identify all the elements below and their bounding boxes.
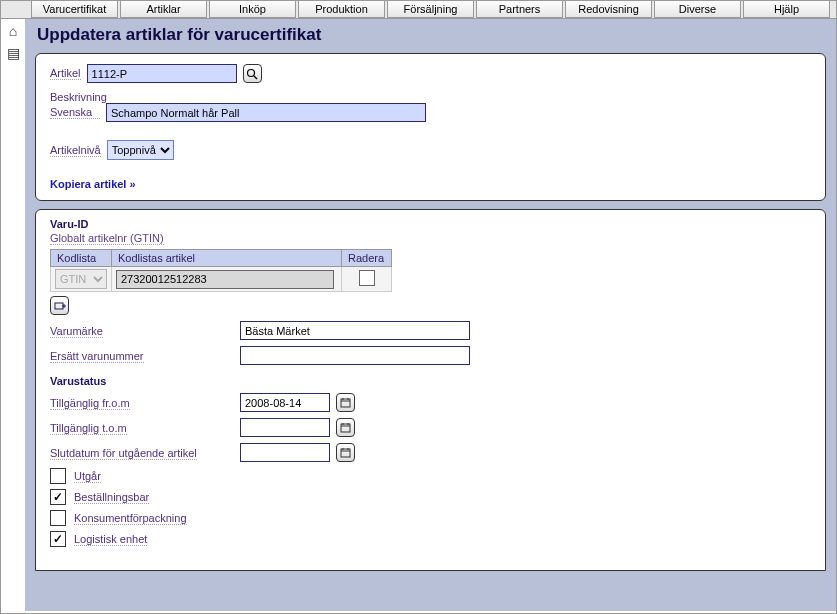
calendar-icon[interactable]	[336, 443, 355, 462]
konsument-label: Konsumentförpackning	[74, 512, 187, 525]
varuid-title: Varu-ID	[50, 218, 811, 230]
artikelniva-label: Artikelnivå	[50, 144, 101, 157]
varustatus-title: Varustatus	[50, 375, 811, 387]
svg-rect-13	[341, 449, 350, 457]
main-panel: Uppdatera artiklar för varucertifikat Ar…	[25, 19, 836, 611]
gtin-table: Kodlista Kodlistas artikel Radera GTIN	[50, 249, 392, 292]
artikelniva-select[interactable]: Toppnivå	[107, 140, 174, 160]
main-menu-bar: Varucertifikat Artiklar Inköp Produktion…	[1, 1, 836, 19]
radera-checkbox[interactable]	[359, 270, 375, 286]
kodartikel-header: Kodlistas artikel	[112, 250, 342, 267]
slutdatum-label: Slutdatum för utgående artikel	[50, 447, 197, 460]
menu-redovisning[interactable]: Redovisning	[565, 1, 652, 18]
search-icon[interactable]	[243, 64, 262, 83]
menu-produktion[interactable]: Produktion	[298, 1, 385, 18]
calendar-icon[interactable]	[336, 393, 355, 412]
kopiera-artikel-link[interactable]: Kopiera artikel »	[50, 178, 136, 190]
ersatt-label: Ersätt varunummer	[50, 350, 144, 363]
konsument-checkbox[interactable]	[50, 510, 66, 526]
tillg-tom-label: Tillgänglig t.o.m	[50, 422, 127, 435]
tillg-tom-input[interactable]	[240, 418, 330, 437]
varuid-section: Varu-ID Globalt artikelnr (GTIN) Kodlist…	[35, 209, 826, 571]
logistik-checkbox[interactable]: ✓	[50, 531, 66, 547]
menu-forsaljning[interactable]: Försäljning	[387, 1, 474, 18]
svg-point-0	[248, 69, 255, 76]
kodlista-header: Kodlista	[51, 250, 112, 267]
svg-rect-9	[341, 424, 350, 432]
svg-line-1	[254, 76, 257, 79]
radera-header: Radera	[342, 250, 392, 267]
tillg-from-label: Tillgänglig fr.o.m	[50, 397, 130, 410]
utgar-checkbox[interactable]	[50, 468, 66, 484]
artikel-input[interactable]	[87, 64, 237, 83]
logistik-label: Logistisk enhet	[74, 533, 147, 546]
article-card: Artikel Beskrivning Svenska Artikelnivå …	[35, 53, 826, 201]
utgar-label: Utgår	[74, 470, 101, 483]
bestallningsbar-label: Beställningsbar	[74, 491, 149, 504]
svenska-label: Svenska	[50, 106, 100, 119]
kodartikel-input[interactable]	[116, 270, 334, 289]
menu-inkop[interactable]: Inköp	[209, 1, 296, 18]
bestallningsbar-checkbox[interactable]: ✓	[50, 489, 66, 505]
ersatt-input[interactable]	[240, 346, 470, 365]
slutdatum-input[interactable]	[240, 443, 330, 462]
calendar-icon[interactable]	[336, 418, 355, 437]
add-row-icon[interactable]	[50, 296, 69, 315]
home-icon[interactable]: ⌂	[1, 23, 25, 39]
menu-diverse[interactable]: Diverse	[654, 1, 741, 18]
beskrivning-label: Beskrivning	[50, 91, 107, 103]
menu-partners[interactable]: Partners	[476, 1, 563, 18]
left-toolbar: ⌂ ▤	[1, 19, 25, 67]
kodlista-select: GTIN	[55, 269, 107, 289]
menu-artiklar[interactable]: Artiklar	[120, 1, 207, 18]
varumarke-label: Varumärke	[50, 325, 103, 338]
varumarke-input[interactable]	[240, 321, 470, 340]
grid-icon[interactable]: ▤	[1, 45, 25, 61]
svg-rect-5	[341, 399, 350, 407]
gtin-label: Globalt artikelnr (GTIN)	[50, 232, 164, 245]
svg-rect-2	[55, 303, 63, 309]
table-row: GTIN	[51, 267, 392, 292]
menu-hjalp[interactable]: Hjälp	[743, 1, 830, 18]
svenska-input[interactable]	[106, 103, 426, 122]
tillg-from-input[interactable]	[240, 393, 330, 412]
menu-varucertifikat[interactable]: Varucertifikat	[31, 1, 118, 18]
artikel-label: Artikel	[50, 67, 81, 80]
page-title: Uppdatera artiklar för varucertifikat	[37, 25, 826, 45]
